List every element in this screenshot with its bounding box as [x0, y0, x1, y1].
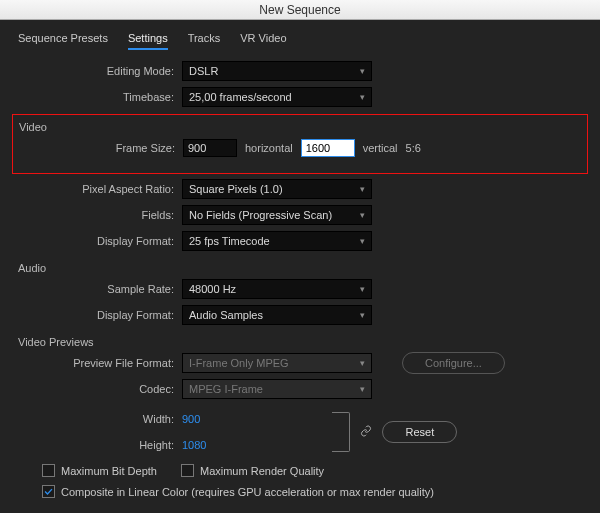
- preview-height-label: Height:: [12, 439, 182, 451]
- frame-width-value: 900: [188, 142, 206, 154]
- window-titlebar: New Sequence: [0, 0, 600, 20]
- timebase-value: 25,00 frames/second: [189, 91, 292, 103]
- codec-label: Codec:: [12, 383, 182, 395]
- tab-settings[interactable]: Settings: [128, 28, 168, 50]
- video-display-format-select[interactable]: 25 fps Timecode ▾: [182, 231, 372, 251]
- max-render-quality-label: Maximum Render Quality: [200, 465, 324, 477]
- editing-mode-select[interactable]: DSLR ▾: [182, 61, 372, 81]
- chevron-down-icon: ▾: [360, 236, 365, 246]
- chevron-down-icon: ▾: [360, 66, 365, 76]
- window-title: New Sequence: [259, 3, 340, 17]
- aspect-ratio-text: 5:6: [406, 142, 421, 154]
- preview-file-format-label: Preview File Format:: [12, 357, 182, 369]
- link-bracket-icon: [332, 412, 350, 452]
- composite-linear-label: Composite in Linear Color (requires GPU …: [61, 486, 434, 498]
- video-section-title: Video: [19, 121, 587, 133]
- fields-label: Fields:: [12, 209, 182, 221]
- pixel-aspect-select[interactable]: Square Pixels (1.0) ▾: [182, 179, 372, 199]
- frame-size-label: Frame Size:: [13, 142, 183, 154]
- sample-rate-label: Sample Rate:: [12, 283, 182, 295]
- sample-rate-select[interactable]: 48000 Hz ▾: [182, 279, 372, 299]
- chevron-down-icon: ▾: [360, 358, 365, 368]
- preview-file-format-select: I-Frame Only MPEG ▾: [182, 353, 372, 373]
- previews-section-title: Video Previews: [18, 336, 588, 348]
- frame-height-input[interactable]: 1600: [301, 139, 355, 157]
- chevron-down-icon: ▾: [360, 210, 365, 220]
- preview-width-input[interactable]: 900: [182, 413, 200, 425]
- reset-button[interactable]: Reset: [382, 421, 457, 443]
- max-bit-depth-checkbox[interactable]: [42, 464, 55, 477]
- vertical-label: vertical: [363, 142, 398, 154]
- chevron-down-icon: ▾: [360, 184, 365, 194]
- sample-rate-value: 48000 Hz: [189, 283, 236, 295]
- link-icon[interactable]: [360, 425, 372, 440]
- video-display-format-value: 25 fps Timecode: [189, 235, 270, 247]
- chevron-down-icon: ▾: [360, 384, 365, 394]
- timebase-select[interactable]: 25,00 frames/second ▾: [182, 87, 372, 107]
- chevron-down-icon: ▾: [360, 92, 365, 102]
- preview-width-label: Width:: [12, 413, 182, 425]
- preview-file-format-value: I-Frame Only MPEG: [189, 357, 289, 369]
- tab-bar: Sequence Presets Settings Tracks VR Vide…: [12, 28, 588, 50]
- frame-width-input[interactable]: 900: [183, 139, 237, 157]
- chevron-down-icon: ▾: [360, 284, 365, 294]
- pixel-aspect-label: Pixel Aspect Ratio:: [12, 183, 182, 195]
- tab-sequence-presets[interactable]: Sequence Presets: [18, 28, 108, 50]
- audio-display-format-value: Audio Samples: [189, 309, 263, 321]
- max-render-quality-checkbox[interactable]: [181, 464, 194, 477]
- audio-section-title: Audio: [18, 262, 588, 274]
- timebase-label: Timebase:: [12, 91, 182, 103]
- editing-mode-value: DSLR: [189, 65, 218, 77]
- chevron-down-icon: ▾: [360, 310, 365, 320]
- codec-value: MPEG I-Frame: [189, 383, 263, 395]
- video-display-format-label: Display Format:: [12, 235, 182, 247]
- settings-panel: Sequence Presets Settings Tracks VR Vide…: [0, 20, 600, 513]
- tab-tracks[interactable]: Tracks: [188, 28, 221, 50]
- fields-select[interactable]: No Fields (Progressive Scan) ▾: [182, 205, 372, 225]
- audio-display-format-label: Display Format:: [12, 309, 182, 321]
- codec-select: MPEG I-Frame ▾: [182, 379, 372, 399]
- video-highlight-box: Video Frame Size: 900 horizontal 1600 ve…: [12, 114, 588, 174]
- tab-vr-video[interactable]: VR Video: [240, 28, 286, 50]
- max-bit-depth-label: Maximum Bit Depth: [61, 465, 157, 477]
- horizontal-label: horizontal: [245, 142, 293, 154]
- frame-height-value: 1600: [306, 142, 330, 154]
- fields-value: No Fields (Progressive Scan): [189, 209, 332, 221]
- audio-display-format-select[interactable]: Audio Samples ▾: [182, 305, 372, 325]
- preview-height-input[interactable]: 1080: [182, 439, 206, 451]
- pixel-aspect-value: Square Pixels (1.0): [189, 183, 283, 195]
- configure-button-label: Configure...: [425, 357, 482, 369]
- editing-mode-label: Editing Mode:: [12, 65, 182, 77]
- reset-button-label: Reset: [405, 426, 434, 438]
- composite-linear-checkbox[interactable]: [42, 485, 55, 498]
- configure-button: Configure...: [402, 352, 505, 374]
